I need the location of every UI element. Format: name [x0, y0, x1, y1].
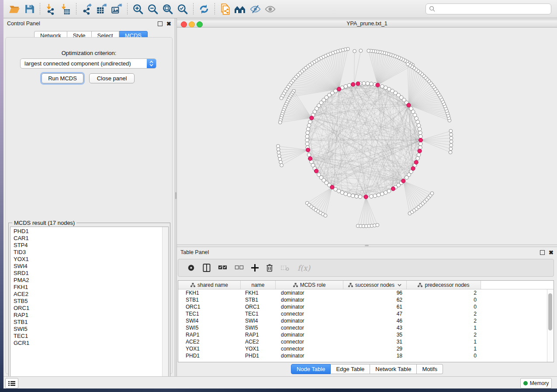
export-image-icon[interactable]: [109, 2, 124, 16]
open-session-icon[interactable]: [7, 2, 22, 16]
cell-predecessor-nodes[interactable]: 1: [407, 346, 481, 352]
mcds-result-item[interactable]: TID3: [14, 249, 168, 256]
column-header-predecessor-nodes[interactable]: predecessor nodes: [407, 281, 481, 289]
cell-MCDS-role[interactable]: dominator: [276, 318, 343, 324]
mcds-result-item[interactable]: SRD1: [14, 270, 168, 277]
cell-name[interactable]: PHD1: [241, 353, 276, 359]
cell-predecessor-nodes[interactable]: 1: [407, 339, 481, 345]
cell-MCDS-role[interactable]: connector: [276, 346, 343, 352]
zoom-fit-icon[interactable]: [160, 2, 175, 16]
table-row[interactable]: YOX1YOX1connector291: [178, 345, 554, 352]
cell-shared-name[interactable]: RAP1: [178, 332, 241, 338]
search-input[interactable]: [438, 6, 551, 13]
table-row[interactable]: PHD1PHD1dominator180: [178, 352, 554, 359]
cell-successor-nodes[interactable]: 43: [343, 325, 407, 331]
cell-shared-name[interactable]: YOX1: [178, 346, 241, 352]
table-row[interactable]: ACE2ACE2connector311: [178, 338, 554, 345]
cell-name[interactable]: STB1: [241, 297, 276, 303]
cell-successor-nodes[interactable]: 62: [343, 297, 407, 303]
cell-MCDS-role[interactable]: connector: [276, 311, 343, 317]
mcds-list-scrollbar[interactable]: [162, 227, 168, 383]
column-header-MCDS-role[interactable]: MCDS role: [276, 281, 343, 289]
memory-button[interactable]: Memory: [520, 378, 552, 389]
close-window-icon[interactable]: [181, 21, 187, 28]
close-panel-icon[interactable]: ✖: [549, 250, 554, 255]
table-row[interactable]: SWI4SWI4dominator462: [178, 317, 554, 324]
cell-successor-nodes[interactable]: 47: [343, 311, 407, 317]
float-panel-icon[interactable]: [540, 250, 545, 255]
cell-predecessor-nodes[interactable]: 1: [407, 325, 481, 331]
cell-successor-nodes[interactable]: 29: [343, 346, 407, 352]
cell-shared-name[interactable]: SWI4: [178, 318, 241, 324]
first-neighbors-icon[interactable]: [233, 2, 248, 16]
mcds-result-item[interactable]: TEC1: [14, 333, 168, 340]
network-canvas[interactable]: [177, 28, 557, 244]
cell-successor-nodes[interactable]: 46: [343, 318, 407, 324]
cell-name[interactable]: SWI5: [241, 325, 276, 331]
cell-name[interactable]: ACE2: [241, 339, 276, 345]
deselect-all-icon[interactable]: [235, 265, 244, 271]
mcds-result-item[interactable]: YOX1: [14, 256, 168, 263]
mcds-result-item[interactable]: STB5: [14, 298, 168, 305]
mcds-result-item[interactable]: SWI4: [14, 263, 168, 270]
cell-MCDS-role[interactable]: dominator: [276, 332, 343, 338]
import-network-icon[interactable]: [43, 2, 58, 16]
mcds-result-item[interactable]: STB1: [14, 319, 168, 326]
zoom-out-icon[interactable]: [145, 2, 160, 16]
cell-shared-name[interactable]: STB1: [178, 297, 241, 303]
float-panel-icon[interactable]: [158, 21, 163, 26]
select-all-icon[interactable]: [218, 265, 227, 271]
cell-predecessor-nodes[interactable]: 2: [407, 311, 481, 317]
cell-name[interactable]: RAP1: [241, 332, 276, 338]
cell-shared-name[interactable]: ACE2: [178, 339, 241, 345]
export-table-icon[interactable]: [94, 2, 109, 16]
clone-network-icon[interactable]: [218, 2, 233, 16]
cell-successor-nodes[interactable]: 31: [343, 339, 407, 345]
table-row[interactable]: SWI5SWI5connector431: [178, 324, 554, 331]
save-session-icon[interactable]: [22, 2, 37, 16]
settings-icon[interactable]: [187, 264, 195, 272]
zoom-selected-icon[interactable]: [175, 2, 190, 16]
mcds-result-item[interactable]: RAP1: [14, 312, 168, 319]
mcds-result-item[interactable]: FKH1: [14, 284, 168, 291]
zoom-in-icon[interactable]: [131, 2, 145, 16]
network-window-titlebar[interactable]: YPA_prune.txt_1: [177, 20, 557, 28]
mcds-result-item[interactable]: CAR1: [14, 235, 168, 242]
column-header-shared-name[interactable]: shared name: [178, 281, 241, 289]
task-history-button[interactable]: [5, 378, 18, 389]
cell-MCDS-role[interactable]: dominator: [276, 304, 343, 310]
tab-motifs[interactable]: Motifs: [417, 364, 443, 374]
table-row[interactable]: ORC1ORC1dominator610: [178, 303, 554, 310]
hide-selected-icon[interactable]: [248, 2, 263, 16]
cell-name[interactable]: TEC1: [241, 311, 276, 317]
cell-MCDS-role[interactable]: connector: [276, 339, 343, 345]
cell-successor-nodes[interactable]: 35: [343, 332, 407, 338]
mcds-result-item[interactable]: PHD1: [14, 228, 168, 235]
column-header-name[interactable]: name: [241, 281, 276, 289]
show-columns-icon[interactable]: [203, 264, 211, 272]
cell-MCDS-role[interactable]: dominator: [276, 297, 343, 303]
close-panel-button[interactable]: Close panel: [89, 73, 135, 83]
show-all-icon[interactable]: [263, 2, 277, 16]
cell-MCDS-role[interactable]: connector: [276, 325, 343, 331]
horizontal-splitter-handle[interactable]: [365, 245, 369, 246]
maximize-window-icon[interactable]: [197, 21, 203, 28]
cell-name[interactable]: YOX1: [241, 346, 276, 352]
cell-successor-nodes[interactable]: 18: [343, 353, 407, 359]
vertical-splitter-handle[interactable]: [175, 192, 176, 199]
cell-predecessor-nodes[interactable]: 2: [407, 332, 481, 338]
cell-shared-name[interactable]: SWI5: [178, 325, 241, 331]
table-row[interactable]: STB1STB1dominator620: [178, 296, 554, 303]
cell-MCDS-role[interactable]: dominator: [276, 290, 343, 296]
mcds-result-item[interactable]: SWI5: [14, 326, 168, 333]
delete-column-icon[interactable]: [266, 264, 273, 272]
cell-predecessor-nodes[interactable]: 2: [407, 290, 481, 296]
mcds-result-item[interactable]: STP4: [14, 242, 168, 249]
cell-successor-nodes[interactable]: 61: [343, 304, 407, 310]
cell-predecessor-nodes[interactable]: 2: [407, 318, 481, 324]
cell-shared-name[interactable]: ORC1: [178, 304, 241, 310]
export-network-icon[interactable]: [80, 2, 94, 16]
refresh-layout-icon[interactable]: [197, 2, 211, 16]
cell-successor-nodes[interactable]: 96: [343, 290, 407, 296]
table-scrollbar[interactable]: [547, 289, 554, 362]
